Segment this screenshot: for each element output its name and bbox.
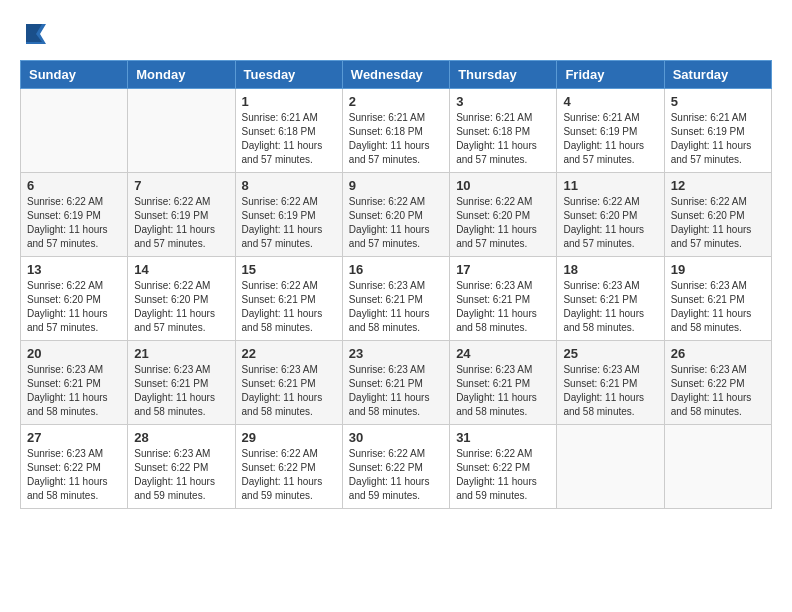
page-header bbox=[20, 20, 772, 44]
day-info: Sunrise: 6:23 AM Sunset: 6:21 PM Dayligh… bbox=[349, 363, 443, 419]
day-info: Sunrise: 6:22 AM Sunset: 6:21 PM Dayligh… bbox=[242, 279, 336, 335]
calendar-week-row: 13Sunrise: 6:22 AM Sunset: 6:20 PM Dayli… bbox=[21, 257, 772, 341]
calendar-cell bbox=[664, 425, 771, 509]
weekday-header-friday: Friday bbox=[557, 61, 664, 89]
weekday-header-wednesday: Wednesday bbox=[342, 61, 449, 89]
calendar-cell: 16Sunrise: 6:23 AM Sunset: 6:21 PM Dayli… bbox=[342, 257, 449, 341]
day-number: 11 bbox=[563, 178, 657, 193]
calendar-cell bbox=[557, 425, 664, 509]
calendar-cell: 11Sunrise: 6:22 AM Sunset: 6:20 PM Dayli… bbox=[557, 173, 664, 257]
weekday-header-sunday: Sunday bbox=[21, 61, 128, 89]
calendar-cell: 24Sunrise: 6:23 AM Sunset: 6:21 PM Dayli… bbox=[450, 341, 557, 425]
day-number: 20 bbox=[27, 346, 121, 361]
calendar-cell: 2Sunrise: 6:21 AM Sunset: 6:18 PM Daylig… bbox=[342, 89, 449, 173]
calendar-cell: 31Sunrise: 6:22 AM Sunset: 6:22 PM Dayli… bbox=[450, 425, 557, 509]
day-number: 10 bbox=[456, 178, 550, 193]
day-info: Sunrise: 6:22 AM Sunset: 6:20 PM Dayligh… bbox=[563, 195, 657, 251]
day-number: 28 bbox=[134, 430, 228, 445]
calendar-cell: 25Sunrise: 6:23 AM Sunset: 6:21 PM Dayli… bbox=[557, 341, 664, 425]
calendar-cell: 21Sunrise: 6:23 AM Sunset: 6:21 PM Dayli… bbox=[128, 341, 235, 425]
logo-flag-icon bbox=[22, 20, 50, 48]
day-number: 9 bbox=[349, 178, 443, 193]
weekday-header-monday: Monday bbox=[128, 61, 235, 89]
day-info: Sunrise: 6:23 AM Sunset: 6:21 PM Dayligh… bbox=[242, 363, 336, 419]
day-info: Sunrise: 6:21 AM Sunset: 6:19 PM Dayligh… bbox=[563, 111, 657, 167]
calendar-cell: 7Sunrise: 6:22 AM Sunset: 6:19 PM Daylig… bbox=[128, 173, 235, 257]
calendar-week-row: 1Sunrise: 6:21 AM Sunset: 6:18 PM Daylig… bbox=[21, 89, 772, 173]
day-info: Sunrise: 6:23 AM Sunset: 6:22 PM Dayligh… bbox=[134, 447, 228, 503]
weekday-header-row: SundayMondayTuesdayWednesdayThursdayFrid… bbox=[21, 61, 772, 89]
day-info: Sunrise: 6:22 AM Sunset: 6:20 PM Dayligh… bbox=[456, 195, 550, 251]
day-number: 30 bbox=[349, 430, 443, 445]
logo bbox=[20, 20, 50, 44]
calendar-table: SundayMondayTuesdayWednesdayThursdayFrid… bbox=[20, 60, 772, 509]
day-info: Sunrise: 6:23 AM Sunset: 6:21 PM Dayligh… bbox=[456, 363, 550, 419]
calendar-cell: 29Sunrise: 6:22 AM Sunset: 6:22 PM Dayli… bbox=[235, 425, 342, 509]
day-number: 18 bbox=[563, 262, 657, 277]
calendar-cell: 10Sunrise: 6:22 AM Sunset: 6:20 PM Dayli… bbox=[450, 173, 557, 257]
day-number: 3 bbox=[456, 94, 550, 109]
day-number: 23 bbox=[349, 346, 443, 361]
day-number: 13 bbox=[27, 262, 121, 277]
calendar-cell: 15Sunrise: 6:22 AM Sunset: 6:21 PM Dayli… bbox=[235, 257, 342, 341]
calendar-cell: 13Sunrise: 6:22 AM Sunset: 6:20 PM Dayli… bbox=[21, 257, 128, 341]
day-info: Sunrise: 6:23 AM Sunset: 6:21 PM Dayligh… bbox=[349, 279, 443, 335]
calendar-cell: 20Sunrise: 6:23 AM Sunset: 6:21 PM Dayli… bbox=[21, 341, 128, 425]
calendar-cell: 6Sunrise: 6:22 AM Sunset: 6:19 PM Daylig… bbox=[21, 173, 128, 257]
day-number: 7 bbox=[134, 178, 228, 193]
day-number: 8 bbox=[242, 178, 336, 193]
day-number: 21 bbox=[134, 346, 228, 361]
calendar-cell: 17Sunrise: 6:23 AM Sunset: 6:21 PM Dayli… bbox=[450, 257, 557, 341]
calendar-cell: 3Sunrise: 6:21 AM Sunset: 6:18 PM Daylig… bbox=[450, 89, 557, 173]
day-info: Sunrise: 6:23 AM Sunset: 6:22 PM Dayligh… bbox=[27, 447, 121, 503]
day-number: 1 bbox=[242, 94, 336, 109]
day-number: 2 bbox=[349, 94, 443, 109]
day-number: 12 bbox=[671, 178, 765, 193]
day-info: Sunrise: 6:23 AM Sunset: 6:21 PM Dayligh… bbox=[27, 363, 121, 419]
calendar-week-row: 6Sunrise: 6:22 AM Sunset: 6:19 PM Daylig… bbox=[21, 173, 772, 257]
calendar-cell: 30Sunrise: 6:22 AM Sunset: 6:22 PM Dayli… bbox=[342, 425, 449, 509]
weekday-header-saturday: Saturday bbox=[664, 61, 771, 89]
day-number: 5 bbox=[671, 94, 765, 109]
calendar-cell: 28Sunrise: 6:23 AM Sunset: 6:22 PM Dayli… bbox=[128, 425, 235, 509]
day-info: Sunrise: 6:23 AM Sunset: 6:21 PM Dayligh… bbox=[563, 279, 657, 335]
day-info: Sunrise: 6:21 AM Sunset: 6:18 PM Dayligh… bbox=[456, 111, 550, 167]
calendar-cell: 12Sunrise: 6:22 AM Sunset: 6:20 PM Dayli… bbox=[664, 173, 771, 257]
day-info: Sunrise: 6:22 AM Sunset: 6:20 PM Dayligh… bbox=[671, 195, 765, 251]
day-number: 19 bbox=[671, 262, 765, 277]
day-info: Sunrise: 6:22 AM Sunset: 6:22 PM Dayligh… bbox=[456, 447, 550, 503]
calendar-cell: 18Sunrise: 6:23 AM Sunset: 6:21 PM Dayli… bbox=[557, 257, 664, 341]
calendar-cell: 23Sunrise: 6:23 AM Sunset: 6:21 PM Dayli… bbox=[342, 341, 449, 425]
day-info: Sunrise: 6:22 AM Sunset: 6:19 PM Dayligh… bbox=[242, 195, 336, 251]
calendar-week-row: 27Sunrise: 6:23 AM Sunset: 6:22 PM Dayli… bbox=[21, 425, 772, 509]
day-number: 14 bbox=[134, 262, 228, 277]
day-info: Sunrise: 6:21 AM Sunset: 6:18 PM Dayligh… bbox=[349, 111, 443, 167]
day-info: Sunrise: 6:22 AM Sunset: 6:22 PM Dayligh… bbox=[349, 447, 443, 503]
calendar-week-row: 20Sunrise: 6:23 AM Sunset: 6:21 PM Dayli… bbox=[21, 341, 772, 425]
calendar-cell bbox=[21, 89, 128, 173]
day-info: Sunrise: 6:23 AM Sunset: 6:22 PM Dayligh… bbox=[671, 363, 765, 419]
weekday-header-tuesday: Tuesday bbox=[235, 61, 342, 89]
day-number: 31 bbox=[456, 430, 550, 445]
weekday-header-thursday: Thursday bbox=[450, 61, 557, 89]
day-number: 17 bbox=[456, 262, 550, 277]
calendar-cell: 14Sunrise: 6:22 AM Sunset: 6:20 PM Dayli… bbox=[128, 257, 235, 341]
calendar-cell: 9Sunrise: 6:22 AM Sunset: 6:20 PM Daylig… bbox=[342, 173, 449, 257]
day-number: 26 bbox=[671, 346, 765, 361]
calendar-cell bbox=[128, 89, 235, 173]
calendar-cell: 26Sunrise: 6:23 AM Sunset: 6:22 PM Dayli… bbox=[664, 341, 771, 425]
day-number: 4 bbox=[563, 94, 657, 109]
day-number: 16 bbox=[349, 262, 443, 277]
day-info: Sunrise: 6:23 AM Sunset: 6:21 PM Dayligh… bbox=[563, 363, 657, 419]
day-info: Sunrise: 6:22 AM Sunset: 6:19 PM Dayligh… bbox=[27, 195, 121, 251]
day-number: 24 bbox=[456, 346, 550, 361]
calendar-cell: 5Sunrise: 6:21 AM Sunset: 6:19 PM Daylig… bbox=[664, 89, 771, 173]
calendar-cell: 1Sunrise: 6:21 AM Sunset: 6:18 PM Daylig… bbox=[235, 89, 342, 173]
day-info: Sunrise: 6:21 AM Sunset: 6:19 PM Dayligh… bbox=[671, 111, 765, 167]
day-info: Sunrise: 6:22 AM Sunset: 6:22 PM Dayligh… bbox=[242, 447, 336, 503]
day-info: Sunrise: 6:22 AM Sunset: 6:20 PM Dayligh… bbox=[27, 279, 121, 335]
day-info: Sunrise: 6:22 AM Sunset: 6:20 PM Dayligh… bbox=[349, 195, 443, 251]
day-info: Sunrise: 6:23 AM Sunset: 6:21 PM Dayligh… bbox=[456, 279, 550, 335]
day-info: Sunrise: 6:22 AM Sunset: 6:20 PM Dayligh… bbox=[134, 279, 228, 335]
calendar-cell: 27Sunrise: 6:23 AM Sunset: 6:22 PM Dayli… bbox=[21, 425, 128, 509]
